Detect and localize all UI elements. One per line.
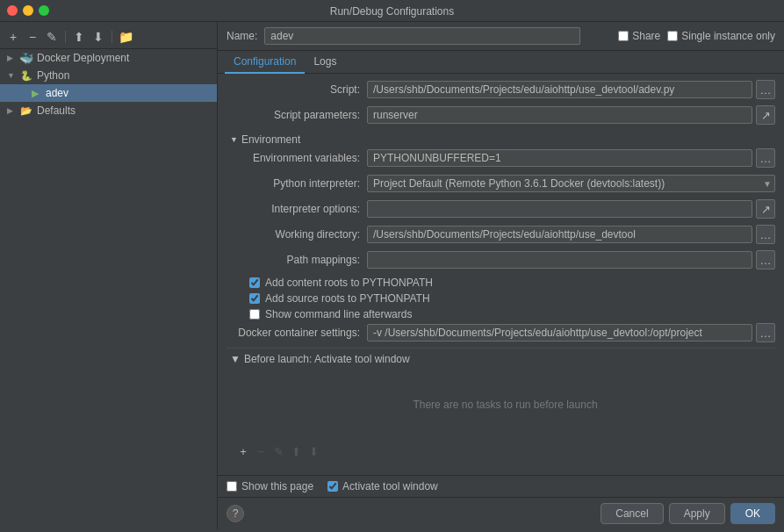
add-content-roots-checkbox[interactable] — [249, 277, 260, 288]
interpreter-options-input[interactable] — [367, 200, 752, 218]
python-interpreter-field: Project Default (Remote Python 3.6.1 Doc… — [367, 175, 775, 192]
footer-checkboxes: Show this page Activate tool window — [218, 475, 784, 497]
dots-icon-2: … — [760, 152, 772, 165]
interpreter-options-expand-button[interactable]: ↗ — [756, 199, 775, 219]
show-this-page-label: Show this page — [241, 480, 313, 492]
add-source-roots-label: Add source roots to PYTHONPATH — [265, 292, 430, 305]
show-this-page-checkbox[interactable] — [227, 481, 237, 492]
single-instance-checkbox-wrapper: Single instance only — [667, 30, 775, 42]
docker-container-browse-button[interactable]: … — [756, 323, 775, 342]
single-instance-checkbox[interactable] — [667, 31, 678, 41]
no-tasks-text: There are no tasks to run before launch — [413, 399, 597, 411]
maximize-btn[interactable] — [39, 5, 49, 16]
working-directory-browse-button[interactable]: … — [756, 225, 775, 244]
move-up-button[interactable]: ⬆ — [71, 29, 87, 45]
env-vars-input[interactable] — [367, 149, 752, 167]
window-title: Run/Debug Configurations — [330, 5, 454, 18]
before-launch-up-button[interactable]: ⬆ — [288, 443, 304, 459]
path-mappings-label: Path mappings: — [227, 254, 367, 266]
docker-container-field: … — [367, 323, 775, 342]
activate-tool-window-label: Activate tool window — [342, 480, 438, 492]
show-command-line-checkbox[interactable] — [249, 309, 260, 320]
script-params-row: Script parameters: ↗ — [227, 104, 775, 126]
bottom-bar-right: Cancel Apply OK — [601, 503, 775, 524]
tree-arrow: ▼ — [7, 71, 16, 80]
tab-configuration[interactable]: Configuration — [225, 51, 305, 74]
help-button[interactable]: ? — [227, 505, 244, 522]
single-instance-label: Single instance only — [681, 30, 775, 42]
config-header: Name: Share Single instance only — [218, 22, 784, 51]
name-input[interactable] — [264, 27, 580, 45]
interpreter-options-field: ↗ — [367, 199, 775, 219]
sidebar-toolbar: + − ✎ ⬆ ⬇ 📁 — [0, 25, 217, 49]
python-interpreter-label: Python interpreter: — [227, 177, 367, 190]
docker-container-input[interactable] — [367, 324, 752, 341]
add-source-roots-checkbox[interactable] — [249, 293, 260, 304]
script-input[interactable] — [367, 81, 752, 98]
environment-section-header[interactable]: ▼ Environment — [227, 130, 775, 147]
folder-button[interactable]: 📁 — [118, 29, 133, 45]
script-params-input[interactable] — [367, 106, 752, 124]
section-arrow-icon: ▼ — [230, 135, 238, 144]
sidebar-item-label: Docker Deployment — [37, 52, 213, 64]
dots-icon-4: … — [760, 254, 772, 267]
cancel-button[interactable]: Cancel — [601, 503, 663, 524]
sidebar-item-docker-deployment[interactable]: ▶ 🐳 Docker Deployment — [0, 49, 217, 67]
script-browse-button[interactable]: … — [756, 80, 775, 99]
dots-icon-5: … — [760, 327, 772, 340]
before-launch-header[interactable]: ▼ Before launch: Activate tool window — [227, 349, 775, 370]
before-launch-label: Before launch: Activate tool window — [244, 353, 410, 365]
path-mappings-input[interactable] — [367, 251, 752, 269]
folder-icon: 📂 — [19, 104, 33, 118]
sidebar-item-defaults[interactable]: ▶ 📂 Defaults — [0, 102, 217, 119]
sidebar-item-python[interactable]: ▼ 🐍 Python — [0, 67, 217, 84]
activate-tool-window-item: Activate tool window — [327, 480, 438, 492]
dots-icon: … — [760, 83, 772, 97]
toolbar-separator-2 — [111, 31, 112, 43]
python-interpreter-select[interactable]: Project Default (Remote Python 3.6.1 Doc… — [367, 175, 775, 192]
docker-container-label: Docker container settings: — [227, 327, 367, 339]
before-launch-remove-button[interactable]: − — [253, 443, 269, 459]
form-area: Script: … Script parameters: ↗ — [218, 74, 784, 475]
share-checkbox[interactable] — [618, 31, 629, 41]
toolbar-separator — [65, 31, 66, 43]
add-content-roots-label: Add content roots to PYTHONPATH — [265, 277, 433, 289]
path-mappings-browse-button[interactable]: … — [756, 250, 775, 270]
close-btn[interactable] — [7, 5, 18, 16]
env-vars-browse-button[interactable]: … — [756, 148, 775, 168]
script-params-field: ↗ — [367, 105, 775, 125]
copy-config-button[interactable]: ✎ — [44, 29, 60, 45]
before-launch-add-button[interactable]: + — [235, 443, 251, 459]
move-down-button[interactable]: ⬇ — [90, 29, 106, 45]
env-vars-row: Environment variables: … — [227, 147, 775, 169]
content-area: Name: Share Single instance only Configu… — [218, 22, 784, 529]
minimize-btn[interactable] — [23, 5, 33, 16]
tree-arrow: ▶ — [7, 54, 16, 62]
before-launch-empty: There are no tasks to run before launch — [235, 370, 775, 440]
before-launch-down-button[interactable]: ⬇ — [306, 443, 321, 459]
docker-container-row: Docker container settings: … — [227, 322, 775, 343]
working-directory-input[interactable] — [367, 226, 752, 243]
tree-arrow: ▶ — [7, 106, 16, 115]
bottom-bar: ? Cancel Apply OK — [218, 497, 784, 529]
add-source-roots-row: Add source roots to PYTHONPATH — [227, 291, 775, 306]
docker-icon: 🐳 — [19, 51, 33, 65]
script-field: … — [367, 80, 775, 99]
add-config-button[interactable]: + — [5, 29, 21, 45]
apply-button[interactable]: Apply — [669, 503, 725, 524]
remove-config-button[interactable]: − — [25, 29, 40, 45]
bottom-bar-left: ? — [227, 505, 244, 522]
show-command-line-label: Show command line afterwards — [265, 308, 412, 320]
interpreter-options-row: Interpreter options: ↗ — [227, 198, 775, 219]
share-checkbox-wrapper: Share — [618, 30, 660, 42]
ok-button[interactable]: OK — [730, 503, 775, 524]
script-params-expand-button[interactable]: ↗ — [756, 105, 775, 125]
activate-tool-window-checkbox[interactable] — [327, 481, 338, 492]
tab-logs[interactable]: Logs — [305, 51, 345, 74]
expand-icon: ↗ — [761, 109, 771, 122]
working-directory-label: Working directory: — [227, 228, 367, 241]
path-mappings-row: Path mappings: … — [227, 249, 775, 270]
sidebar-item-adev[interactable]: ▶ adev — [0, 84, 217, 102]
before-launch-edit-button[interactable]: ✎ — [270, 443, 286, 459]
python-interpreter-row: Python interpreter: Project Default (Rem… — [227, 173, 775, 194]
